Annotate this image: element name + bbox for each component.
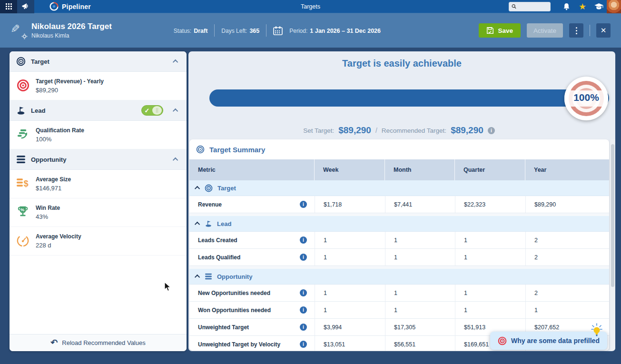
- gear-icon: [21, 33, 28, 39]
- close-button[interactable]: ✕: [596, 23, 611, 38]
- value-cell: 1: [455, 285, 525, 301]
- search-input[interactable]: [516, 4, 548, 10]
- summary-table-header: Metric Week Month Quarter Year: [189, 159, 609, 180]
- academy-button[interactable]: [591, 0, 607, 13]
- win-rate-icon: %: [17, 206, 29, 218]
- days-left-value: 365: [249, 28, 259, 34]
- sidebar-item-target-revenue[interactable]: Target (Revenue) - Yearly $89,290: [10, 72, 187, 100]
- value-cell: $7,441: [385, 196, 455, 213]
- qualification-rate-icon: [17, 128, 30, 140]
- target-owner: Nikolaus Kimla: [31, 32, 112, 39]
- user-avatar[interactable]: [607, 0, 621, 13]
- value-cell: 1: [315, 249, 385, 266]
- value-cell: $22,323: [455, 196, 525, 213]
- target-group-icon: [205, 184, 213, 192]
- global-search[interactable]: [509, 2, 551, 11]
- info-icon[interactable]: i: [300, 324, 307, 331]
- lead-toggle[interactable]: ✓: [141, 105, 163, 116]
- star-icon: ★: [579, 2, 586, 11]
- product-name: Pipeliner: [62, 3, 91, 10]
- info-icon[interactable]: i: [300, 341, 307, 348]
- status-label: Status:: [174, 28, 191, 34]
- progress-badge: 100%: [564, 77, 608, 120]
- info-icon[interactable]: i: [300, 289, 307, 296]
- table-row: New Opportunities neededi1112: [189, 285, 609, 302]
- section-header-lead[interactable]: Lead ✓: [10, 100, 187, 121]
- collapse-chevron-icon[interactable]: [195, 186, 200, 191]
- metric-cell: Unweighted Target by Velocityi: [189, 336, 315, 351]
- pipeliner-logo[interactable]: Pipeliner: [49, 2, 91, 11]
- target-summary-card: Target Summary Metric Week Month Quarter…: [189, 139, 609, 351]
- progress-percent: 100%: [564, 92, 608, 103]
- vertical-scrollbar[interactable]: [610, 139, 615, 351]
- value-cell: 1: [385, 249, 455, 266]
- edit-target-icon[interactable]: ✎: [10, 22, 27, 39]
- info-icon[interactable]: i: [488, 127, 495, 134]
- average-size-icon: $: [16, 177, 30, 189]
- value-cell: 1: [455, 302, 525, 318]
- chevron-up-icon[interactable]: [173, 157, 178, 163]
- column-header-month: Month: [385, 159, 455, 180]
- apps-grid-button[interactable]: [0, 0, 17, 13]
- sidebar-item-average-size[interactable]: $ Average Size $146,971: [10, 170, 187, 198]
- value-cell: 2: [525, 285, 609, 301]
- achievability-headline: Target is easily achievable: [188, 58, 615, 69]
- favorites-button[interactable]: ★: [574, 0, 591, 13]
- chevron-up-icon[interactable]: [173, 59, 178, 65]
- set-target-value: $89,290: [338, 125, 371, 136]
- value-cell: 1: [385, 302, 455, 318]
- section-header-target[interactable]: Target: [10, 51, 187, 72]
- bell-icon: [563, 3, 570, 10]
- value-cell: 1: [385, 232, 455, 248]
- lightbulb-icon[interactable]: [590, 323, 603, 338]
- target-settings-sidebar: Target Target (Revenue) - Yearly $89,290…: [10, 51, 187, 351]
- group-row-opportunity[interactable]: Opportunity: [189, 269, 609, 285]
- sidebar-item-qualification-rate[interactable]: Qualification Rate 100%: [10, 121, 187, 149]
- scrollbar-thumb[interactable]: [611, 144, 614, 287]
- section-header-opportunity[interactable]: Opportunity: [10, 149, 187, 170]
- target-progress-bar: [209, 89, 609, 107]
- reload-recommended-values-button[interactable]: ↶ Reload Recommended Values: [10, 334, 187, 351]
- metric-cell: Won Opportunities neededi: [189, 302, 315, 318]
- notifications-button[interactable]: [558, 0, 574, 13]
- period-value: 1 Jan 2026 – 31 Dec 2026: [310, 28, 381, 34]
- set-target-label: Set Target:: [303, 127, 334, 134]
- save-label: Save: [498, 27, 513, 34]
- collapse-chevron-icon[interactable]: [195, 275, 200, 280]
- value-cell: 1: [455, 249, 525, 266]
- value-cell: 1: [315, 302, 385, 318]
- group-row-target[interactable]: Target: [189, 180, 609, 196]
- status-value: Draft: [194, 28, 207, 34]
- sidebar-item-average-velocity[interactable]: Average Velocity 228 d: [10, 227, 187, 256]
- info-icon[interactable]: i: [300, 236, 307, 244]
- value-cell: 2: [525, 232, 609, 248]
- table-row: Revenuei$1,718$7,441$22,323$89,290: [189, 196, 609, 213]
- info-icon[interactable]: i: [300, 254, 307, 261]
- value-cell: $17,305: [385, 319, 455, 335]
- info-icon[interactable]: i: [300, 306, 307, 314]
- megaphone-icon: [22, 3, 30, 10]
- pipeliner-logo-icon: [49, 2, 59, 11]
- sidebar-item-win-rate[interactable]: % Win Rate 43%: [10, 198, 187, 227]
- value-cell: 1: [385, 285, 455, 301]
- recommended-target-value: $89,290: [451, 125, 483, 136]
- svg-text:%: %: [20, 207, 24, 212]
- group-row-lead[interactable]: Lead: [189, 216, 609, 232]
- activate-button[interactable]: Activate: [527, 23, 563, 38]
- group-name: Opportunity: [217, 273, 252, 280]
- target-red-icon: [498, 336, 507, 345]
- divider: [214, 24, 215, 37]
- metric-cell: Unweighted Targeti: [189, 319, 315, 335]
- value-cell: $3,994: [315, 319, 385, 335]
- save-button[interactable]: Save: [479, 23, 521, 38]
- table-row: Leads Createdi1112: [189, 232, 609, 249]
- announcements-button[interactable]: [17, 0, 34, 13]
- top-app-bar: Pipeliner Targets ★: [0, 0, 621, 13]
- group-name: Target: [217, 185, 236, 192]
- metric-cell: New Opportunities neededi: [189, 285, 315, 301]
- chevron-up-icon[interactable]: [173, 108, 178, 114]
- collapse-chevron-icon[interactable]: [195, 222, 200, 227]
- kebab-icon: [576, 27, 577, 34]
- more-options-button[interactable]: [569, 23, 583, 38]
- info-icon[interactable]: i: [300, 201, 307, 208]
